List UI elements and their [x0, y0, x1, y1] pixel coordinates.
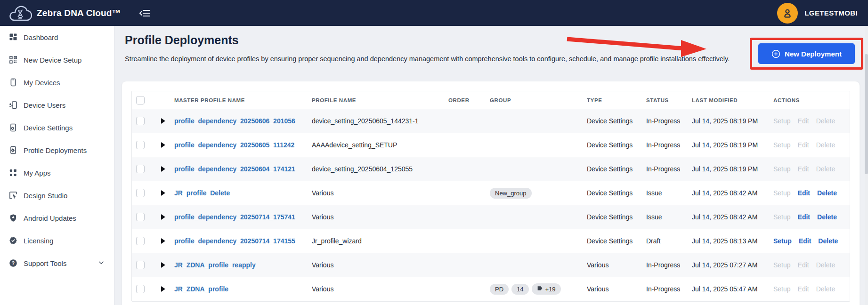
col-type: TYPE: [587, 97, 646, 103]
type-cell: Device Settings: [587, 141, 646, 149]
sidebar-item-licensing[interactable]: Licensing: [0, 229, 114, 252]
delete-action[interactable]: Delete: [816, 261, 835, 269]
row-checkbox[interactable]: [136, 285, 145, 293]
row-checkbox[interactable]: [136, 165, 145, 173]
sidebar-item-device-settings[interactable]: Device Settings: [0, 116, 114, 139]
apps-icon: [8, 168, 18, 178]
expand-row-icon[interactable]: [161, 142, 165, 148]
delete-action[interactable]: Delete: [816, 117, 835, 125]
delete-action[interactable]: Delete: [817, 213, 837, 221]
status-cell: In-Progress: [646, 141, 692, 149]
delete-action[interactable]: Delete: [817, 189, 837, 197]
user-avatar[interactable]: [777, 3, 798, 24]
expand-row-icon[interactable]: [161, 238, 165, 244]
sidebar-item-design-studio[interactable]: Design Studio: [0, 184, 114, 207]
expand-row-icon[interactable]: [161, 118, 165, 124]
menu-collapse-icon: [139, 8, 151, 18]
table-row: profile_dependency_20250605_111242 AAAAd…: [132, 133, 850, 157]
master-profile-link[interactable]: JR_profile_Delete: [174, 189, 230, 197]
sidebar-item-profile-deployments[interactable]: Profile Deployments: [0, 139, 114, 161]
delete-action[interactable]: Delete: [816, 141, 835, 149]
chevron-down-icon[interactable]: [98, 259, 105, 267]
expand-row-icon[interactable]: [161, 286, 165, 292]
group-badge[interactable]: +19: [532, 283, 561, 295]
setup-action[interactable]: Setup: [773, 189, 791, 197]
deployments-table: MASTER PROFILE NAME PROFILE NAME ORDER G…: [131, 91, 850, 302]
expand-row-icon[interactable]: [161, 166, 165, 172]
setup-action[interactable]: Setup: [773, 165, 791, 173]
row-checkbox[interactable]: [136, 261, 145, 269]
edit-action[interactable]: Edit: [798, 261, 809, 269]
new-deployment-button[interactable]: New Deployment: [758, 43, 855, 64]
delete-action[interactable]: Delete: [816, 285, 835, 293]
sidebar-item-my-devices[interactable]: My Devices: [0, 71, 114, 94]
master-profile-link[interactable]: profile_dependency_20250714_174155: [174, 237, 295, 245]
edit-action[interactable]: Edit: [798, 165, 809, 173]
master-profile-link[interactable]: profile_dependency_20250605_111242: [174, 141, 294, 149]
setup-action[interactable]: Setup: [773, 237, 792, 245]
edit-action[interactable]: Edit: [798, 213, 810, 221]
sidebar-item-label: Device Settings: [24, 124, 73, 132]
edit-action[interactable]: Edit: [799, 237, 811, 245]
type-cell: Device Settings: [587, 213, 646, 221]
qr-code-icon: [8, 55, 18, 65]
design-studio-icon: [8, 190, 18, 201]
last-modified-cell: Jul 14, 2025 08:19 PM: [692, 141, 773, 149]
sidebar-item-label: Dashboard: [24, 33, 58, 41]
setup-action[interactable]: Setup: [773, 141, 791, 149]
sidebar-item-dashboard[interactable]: Dashboard: [0, 26, 114, 48]
license-badge-icon: [8, 235, 18, 246]
setup-action[interactable]: Setup: [773, 213, 791, 221]
setup-action[interactable]: Setup: [773, 261, 791, 269]
help-icon: ?: [8, 258, 18, 268]
select-all-checkbox[interactable]: [136, 96, 145, 104]
profile-name-cell: device_setting_20250605_144231-1: [312, 117, 448, 125]
edit-action[interactable]: Edit: [798, 285, 809, 293]
edit-action[interactable]: Edit: [798, 117, 809, 125]
edit-action[interactable]: Edit: [798, 141, 809, 149]
device-settings-icon: [8, 122, 18, 133]
master-profile-link[interactable]: profile_dependency_20250714_175741: [174, 213, 295, 221]
col-status: STATUS: [646, 97, 692, 103]
group-badge[interactable]: New_group: [490, 188, 532, 199]
edit-action[interactable]: Edit: [798, 189, 810, 197]
row-checkbox[interactable]: [136, 117, 145, 125]
master-profile-link[interactable]: profile_dependency_20250606_201056: [174, 117, 295, 125]
setup-action[interactable]: Setup: [773, 117, 791, 125]
master-profile-link[interactable]: JR_ZDNA_profile: [174, 285, 228, 293]
page-scrollbar[interactable]: [865, 26, 868, 305]
page-scrollbar-thumb[interactable]: [865, 54, 868, 174]
col-master-profile-name: MASTER PROFILE NAME: [174, 97, 312, 103]
table-row: profile_dependency_20250604_174121 devic…: [132, 157, 850, 181]
master-profile-link[interactable]: JR_ZDNA_profile_reapply: [174, 261, 256, 269]
row-checkbox[interactable]: [136, 141, 145, 149]
main-content: Profile Deployments Streamline the deplo…: [114, 26, 868, 305]
sidebar-item-my-apps[interactable]: My Apps: [0, 161, 114, 184]
setup-action[interactable]: Setup: [773, 285, 791, 293]
delete-action[interactable]: Delete: [816, 165, 835, 173]
sidebar-item-android-updates[interactable]: Android Updates: [0, 207, 114, 229]
table-row: JR_ZDNA_profile Various PD14+19 Various …: [132, 277, 850, 301]
group-badge[interactable]: PD: [490, 284, 509, 295]
page-description: Streamline the deployment of device prof…: [125, 55, 732, 63]
new-deployment-label: New Deployment: [785, 50, 842, 58]
sidebar-item-device-users[interactable]: Device Users: [0, 94, 114, 116]
expand-row-icon[interactable]: [161, 262, 165, 268]
delete-action[interactable]: Delete: [818, 237, 838, 245]
master-profile-link[interactable]: profile_dependency_20250604_174121: [174, 165, 295, 173]
group-badge[interactable]: 14: [511, 284, 528, 295]
sidebar-collapse-button[interactable]: [139, 8, 151, 18]
expand-row-icon[interactable]: [161, 214, 165, 220]
row-checkbox[interactable]: [136, 189, 145, 197]
table-header-row: MASTER PROFILE NAME PROFILE NAME ORDER G…: [132, 91, 850, 109]
row-checkbox[interactable]: [136, 213, 145, 221]
row-checkbox[interactable]: [136, 237, 145, 245]
sidebar-item-new-device-setup[interactable]: New Device Setup: [0, 48, 114, 71]
profile-name-cell: AAAAdevice_setting_SETUP: [312, 141, 448, 149]
expand-row-icon[interactable]: [161, 190, 165, 196]
last-modified-cell: Jul 14, 2025 08:19 PM: [692, 165, 773, 173]
sidebar-item-support-tools[interactable]: ? Support Tools: [0, 252, 114, 274]
plus-circle-icon: [771, 49, 780, 58]
profile-deployments-icon: [8, 145, 18, 155]
status-cell: Issue: [646, 213, 692, 221]
